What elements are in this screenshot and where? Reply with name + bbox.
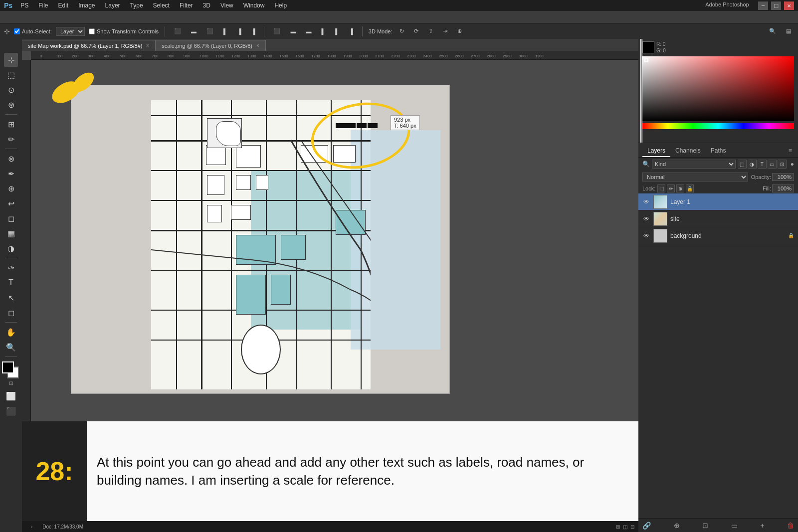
dist-bottom-button[interactable]: ▬ <box>303 27 314 35</box>
path-selection-tool[interactable]: ↖ <box>4 291 18 305</box>
eyedropper-tool[interactable]: ✏ <box>4 132 18 146</box>
auto-select-checkbox[interactable] <box>14 28 20 34</box>
3d-mode-btn1[interactable]: ↻ <box>397 27 407 35</box>
opacity-input[interactable] <box>772 173 794 181</box>
grid-btn[interactable]: ⊡ <box>630 524 634 530</box>
tab-layers[interactable]: Layers <box>642 145 670 157</box>
align-left-button[interactable]: ▌ <box>220 27 230 35</box>
type-tool[interactable]: T <box>4 276 18 290</box>
history-brush-tool[interactable]: ↩ <box>4 196 18 210</box>
pen-tool[interactable]: ✑ <box>4 261 18 275</box>
filter-shape-btn[interactable]: ▭ <box>768 160 777 169</box>
screen-mode-btn[interactable]: ⬜ <box>4 389 18 403</box>
auto-select-type[interactable]: Layer <box>56 27 85 36</box>
tab-site-map-close[interactable]: × <box>146 43 149 48</box>
map-canvas[interactable]: 923 px T: 640 px <box>71 85 450 394</box>
search-button[interactable]: 🔍 <box>766 27 779 35</box>
lasso-tool[interactable]: ⊙ <box>4 83 18 97</box>
layers-panel-menu[interactable]: ≡ <box>787 145 794 157</box>
arrange-btn[interactable]: ⊞ <box>616 524 620 530</box>
color-hue-bar[interactable] <box>642 123 794 129</box>
align-top-button[interactable]: ⬛ <box>171 27 184 35</box>
eraser-tool[interactable]: ◻ <box>4 211 18 225</box>
layer-item-background[interactable]: 👁 background 🔒 <box>638 227 798 244</box>
tab-paths[interactable]: Paths <box>706 145 731 157</box>
tab-site-map[interactable]: site Map work.psd @ 66.7% (Layer 1, RGB/… <box>22 40 156 51</box>
quick-mask-icon[interactable]: ⊡ <box>9 380 13 386</box>
align-vcenter-button[interactable]: ▬ <box>188 27 200 35</box>
menu-select[interactable]: Select <box>151 1 172 10</box>
crop-tool[interactable]: ⊞ <box>4 117 18 131</box>
hand-tool[interactable]: ✋ <box>4 325 18 339</box>
workspace-button[interactable]: ▤ <box>783 27 794 35</box>
3d-mode-btn3[interactable]: ⇧ <box>425 27 436 35</box>
filter-toggle[interactable]: ● <box>791 161 794 168</box>
3d-mode-btn4[interactable]: ⇥ <box>440 27 450 35</box>
link-layers-btn[interactable]: 🔗 <box>642 522 651 530</box>
tab-channels[interactable]: Channels <box>670 145 706 157</box>
lock-image-btn[interactable]: ✏ <box>667 184 675 192</box>
menu-3d[interactable]: 3D <box>201 1 212 10</box>
layer-item-site[interactable]: 👁 site <box>638 210 798 227</box>
add-style-btn[interactable]: ⊕ <box>674 522 680 530</box>
layers-kind-select[interactable]: Kind Name Effect Mode Attribute Color <box>652 160 736 169</box>
filter-pixel-btn[interactable]: ⬚ <box>738 160 747 169</box>
shape-tool[interactable]: ◻ <box>4 306 18 320</box>
zoom-tool[interactable]: 🔍 <box>4 340 18 354</box>
align-right-button[interactable]: ▐ <box>248 27 258 35</box>
full-screen-btn[interactable]: ⬛ <box>4 404 18 418</box>
dist-right-button[interactable]: ▐ <box>346 27 356 35</box>
3d-mode-btn5[interactable]: ⊕ <box>454 27 465 35</box>
lock-transparent-btn[interactable]: ⬚ <box>657 184 665 192</box>
lock-position-btn[interactable]: ⊕ <box>676 184 684 192</box>
dist-left-button[interactable]: ▌ <box>318 27 328 35</box>
color-gradient[interactable] <box>642 56 794 121</box>
dist-hcenter-button[interactable]: ▌ <box>332 27 342 35</box>
menu-filter[interactable]: Filter <box>178 1 195 10</box>
close-button[interactable]: × <box>784 1 794 10</box>
maximize-button[interactable]: □ <box>771 1 781 10</box>
delete-layer-btn[interactable]: 🗑 <box>787 522 794 530</box>
gradient-tool[interactable]: ▦ <box>4 226 18 240</box>
align-hcenter-button[interactable]: ▐ <box>234 27 244 35</box>
move-tool[interactable]: ⊹ <box>4 53 18 67</box>
align-bottom-button[interactable]: ⬛ <box>203 27 216 35</box>
add-mask-btn[interactable]: ⊡ <box>702 522 708 530</box>
menu-view[interactable]: View <box>218 1 235 10</box>
site-visibility[interactable]: 👁 <box>642 215 650 223</box>
menu-type[interactable]: Type <box>128 1 145 10</box>
blend-mode-select[interactable]: Normal Dissolve Multiply Screen Overlay <box>642 173 748 181</box>
add-group-btn[interactable]: ▭ <box>731 522 738 530</box>
menu-window[interactable]: Window <box>241 1 267 10</box>
layer-item-layer1[interactable]: 👁 Layer 1 <box>638 193 798 210</box>
menu-ps[interactable]: PS <box>18 1 30 10</box>
dist-top-button[interactable]: ⬛ <box>270 27 283 35</box>
bg-visibility[interactable]: 👁 <box>642 232 650 240</box>
clone-stamp-tool[interactable]: ⊕ <box>4 181 18 195</box>
dodge-tool[interactable]: ◑ <box>4 241 18 255</box>
menu-file[interactable]: File <box>36 1 50 10</box>
3d-mode-btn2[interactable]: ⟳ <box>411 27 421 35</box>
new-layer-btn[interactable]: + <box>760 522 764 530</box>
fill-input[interactable] <box>772 184 794 192</box>
dist-vcenter-button[interactable]: ▬ <box>287 27 299 35</box>
selection-tool[interactable]: ⬚ <box>4 68 18 82</box>
healing-brush-tool[interactable]: ⊗ <box>4 152 18 166</box>
tab-scale-close[interactable]: × <box>256 43 259 48</box>
menu-help[interactable]: Help <box>272 1 289 10</box>
zoom-nav-btn[interactable]: › <box>31 524 32 530</box>
filter-smartobj-btn[interactable]: ⊡ <box>778 160 787 169</box>
menu-image[interactable]: Image <box>76 1 97 10</box>
layer1-visibility[interactable]: 👁 <box>642 198 650 206</box>
filter-type-btn[interactable]: T <box>758 160 767 169</box>
lock-all-btn[interactable]: 🔒 <box>686 184 694 192</box>
menu-edit[interactable]: Edit <box>56 1 70 10</box>
filter-adjust-btn[interactable]: ◑ <box>748 160 757 169</box>
brush-tool[interactable]: ✒ <box>4 167 18 180</box>
minimize-button[interactable]: − <box>758 1 768 10</box>
timeline-btn[interactable]: ◫ <box>623 524 627 530</box>
menu-layer[interactable]: Layer <box>103 1 122 10</box>
fg-swatch[interactable] <box>642 41 654 53</box>
foreground-color-box[interactable] <box>2 361 14 373</box>
magic-wand-tool[interactable]: ⊛ <box>4 98 18 112</box>
